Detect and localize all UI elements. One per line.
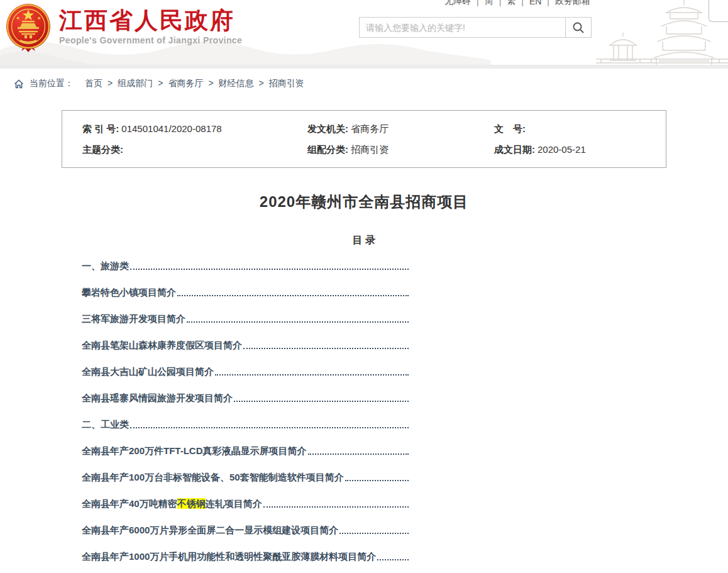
site-title: 江西省人民政府 — [59, 8, 242, 33]
toc-item-text: 全南县瑶寨风情园旅游开发项目简介 — [82, 392, 233, 403]
toc-dot-leader — [130, 427, 409, 428]
toc-dot-leader — [215, 374, 409, 376]
brand-text: 江西省人民政府 People's Government of Jiangxi P… — [59, 3, 242, 45]
toc-item: 全南县年产40万吨精密不锈钢连轧项目简介 — [82, 498, 410, 509]
toc-dot-leader — [377, 559, 409, 560]
breadcrumb: 当前位置： 首页 组成部门 省商务厅 财经信息 招商引资 — [0, 69, 728, 89]
toc-item-text: 全南县年产40万吨精密不锈钢连轧项目简介 — [82, 498, 262, 509]
top-link-english[interactable]: EN — [529, 0, 541, 6]
breadcrumb-commerce-dept[interactable]: 省商务厅 — [168, 78, 203, 88]
breadcrumb-label: 当前位置： — [30, 78, 74, 89]
toc-item: 全南县年产100万台非标智能设备、50套智能制造软件项目简介 — [82, 472, 410, 482]
site-header: 江西省人民政府 People's Government of Jiangxi P… — [0, 0, 728, 65]
search-icon — [572, 21, 585, 34]
page-title: 2020年赣州市全南县招商项目 — [62, 193, 666, 211]
toc-item-text: 全南县年产6000万片异形全面屏二合一显示模组建设项目简介 — [82, 525, 338, 535]
toc-item: 全南县年产1000万片手机用功能性和透明性聚酰亚胺薄膜材料项目简介 — [82, 551, 410, 562]
top-links: 无障碍 简 繁 EN 政务邮箱 — [444, 0, 590, 7]
meta-field-issuing-agency: 发文机关:省商务厅 — [307, 123, 494, 134]
toc-item-text: 全南县笔架山森林康养度假区项目简介 — [82, 340, 242, 350]
toc-dot-leader — [339, 533, 409, 534]
site-subtitle: People's Government of Jiangxi Province — [59, 35, 242, 45]
toc-item-text: 全南县年产100万台非标智能设备、50套智能制造软件项目简介 — [82, 472, 344, 482]
document-content: 索 引 号:014501041/2020-08178 发文机关:省商务厅 文 号… — [62, 110, 666, 562]
top-link-gov-mail[interactable]: 政务邮箱 — [555, 0, 590, 7]
top-link-accessibility[interactable]: 无障碍 — [444, 0, 471, 7]
meta-field-doc-number: 文 号: — [494, 123, 666, 134]
toc-item-text: 一、旅游类 — [82, 260, 129, 271]
toc-heading: 目 录 — [62, 235, 666, 246]
meta-field-issue-date: 成文日期:2020-05-21 — [494, 144, 666, 155]
toc-dot-leader — [308, 453, 409, 455]
toc-dot-leader — [345, 480, 409, 481]
toc-item: 全南县年产6000万片异形全面屏二合一显示模组建设项目简介 — [82, 525, 410, 535]
toc-item-text: 全南县大吉山矿山公园项目简介 — [82, 366, 214, 377]
toc-dot-leader — [187, 321, 409, 323]
toc-dot-leader — [177, 295, 409, 296]
toc-item: 一、旅游类 — [82, 260, 410, 271]
toc-item: 全南县大吉山矿山公园项目简介 — [82, 366, 410, 377]
toc-item-text: 全南县年产200万件TFT-LCD真彩液晶显示屏项目简介 — [82, 445, 307, 456]
site-logo[interactable]: 江西省人民政府 People's Government of Jiangxi P… — [5, 3, 242, 52]
search-button[interactable] — [565, 18, 591, 37]
meta-field-index-number: 索 引 号:014501041/2020-08178 — [82, 123, 307, 134]
breadcrumb-departments[interactable]: 组成部门 — [118, 78, 153, 88]
toc-item: 全南县笔架山森林康养度假区项目简介 — [82, 340, 410, 350]
toc-item: 全南县年产200万件TFT-LCD真彩液晶显示屏项目简介 — [82, 445, 410, 456]
corner-popup-fragment — [709, 0, 728, 22]
toc-item: 攀岩特色小镇项目简介 — [82, 287, 410, 298]
meta-field-group-category: 组配分类:招商引资 — [307, 144, 494, 155]
toc-dot-leader — [234, 401, 409, 402]
breadcrumb-investment[interactable]: 招商引资 — [269, 78, 304, 88]
national-emblem-icon — [5, 3, 52, 52]
toc-item: 二、工业类 — [82, 419, 410, 430]
toc-item: 全南县瑶寨风情园旅游开发项目简介 — [82, 392, 410, 403]
toc-item: 三将军旅游开发项目简介 — [82, 313, 410, 324]
document-meta-box: 索 引 号:014501041/2020-08178 发文机关:省商务厅 文 号… — [62, 110, 666, 168]
toc-item-text: 三将军旅游开发项目简介 — [82, 313, 185, 324]
top-link-simplified[interactable]: 简 — [485, 0, 494, 7]
toc-list: 一、旅游类攀岩特色小镇项目简介三将军旅游开发项目简介全南县笔架山森林康养度假区项… — [82, 260, 410, 562]
toc-dot-leader — [263, 506, 409, 508]
breadcrumb-finance-info[interactable]: 财经信息 — [219, 78, 254, 88]
breadcrumb-home[interactable]: 首页 — [85, 78, 102, 88]
meta-field-topic-category: 主题分类: — [82, 144, 307, 155]
top-link-traditional[interactable]: 繁 — [507, 0, 516, 7]
toc-item-text: 全南县年产1000万片手机用功能性和透明性聚酰亚胺薄膜材料项目简介 — [82, 551, 376, 562]
toc-dot-leader — [130, 269, 409, 270]
home-icon — [14, 79, 24, 89]
search-highlight: 不锈钢 — [177, 498, 206, 509]
toc-dot-leader — [243, 348, 409, 349]
toc-item-text: 二、工业类 — [82, 419, 129, 430]
toc-item-text: 攀岩特色小镇项目简介 — [82, 287, 176, 298]
search-input[interactable] — [360, 18, 565, 37]
search-bar — [359, 17, 592, 38]
